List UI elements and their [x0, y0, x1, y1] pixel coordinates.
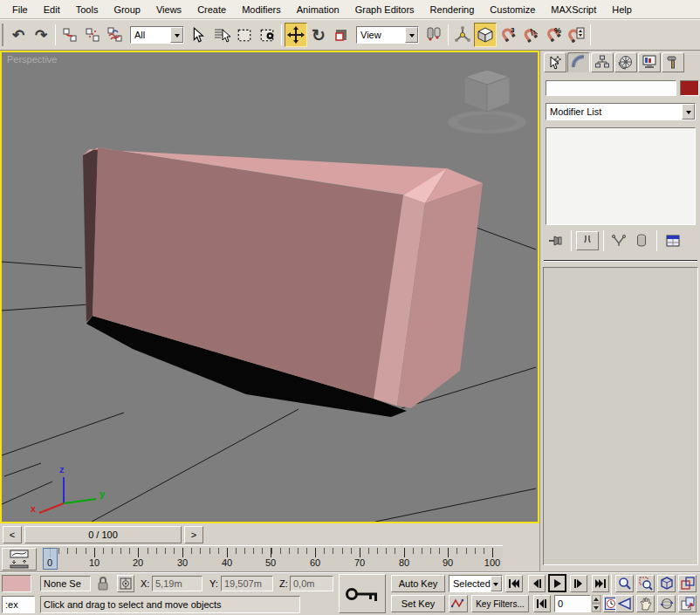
zoom-button[interactable] [615, 575, 634, 592]
menu-maxscript[interactable]: MAXScript [544, 3, 603, 17]
tab-utilities[interactable] [662, 52, 684, 72]
angle-snap-icon [521, 26, 540, 44]
pan-view-button[interactable] [636, 595, 655, 612]
time-slider-next-button[interactable]: > [184, 526, 203, 543]
open-mini-curve-editor-button[interactable] [2, 548, 37, 571]
menu-modifiers[interactable]: Modifiers [235, 3, 288, 17]
make-unique-button[interactable] [608, 231, 629, 250]
menu-views[interactable]: Views [149, 3, 189, 17]
go-to-start-button[interactable] [505, 575, 523, 592]
show-end-result-button[interactable] [576, 231, 599, 250]
menu-help[interactable]: Help [605, 3, 639, 17]
coordinate-system-arrow[interactable] [405, 27, 418, 43]
select-and-rotate-button[interactable]: ↻ [307, 23, 330, 47]
menu-file[interactable]: File [5, 3, 35, 17]
menu-group[interactable]: Group [106, 3, 148, 17]
next-frame-button[interactable] [570, 575, 587, 592]
rectangular-selection-region-button[interactable] [233, 23, 256, 47]
viewcube[interactable] [448, 70, 526, 133]
modifier-stack-list[interactable] [546, 127, 696, 225]
field-of-view-button[interactable] [615, 595, 634, 612]
tab-motion[interactable] [614, 52, 637, 72]
key-mode-toggle-button[interactable] [533, 595, 551, 612]
menu-edit[interactable]: Edit [37, 3, 67, 17]
key-mode-arrow[interactable] [491, 576, 502, 591]
min-max-viewport-toggle-button[interactable] [678, 595, 697, 612]
frame-spinner[interactable] [592, 595, 601, 612]
snap-cube-icon [477, 26, 494, 44]
zoom-region-button[interactable] [636, 575, 655, 592]
tab-modify[interactable] [567, 52, 590, 72]
spinner-snap-toggle-button[interactable] [565, 23, 587, 47]
key-mode-dropdown[interactable]: Selected [449, 575, 503, 592]
perspective-viewport[interactable]: z x y Perspective [0, 51, 539, 523]
chamfer-box-object[interactable] [83, 147, 483, 408]
select-and-manipulate-button[interactable] [451, 23, 474, 47]
percent-snap-toggle-button[interactable]: % [542, 23, 565, 47]
menu-create[interactable]: Create [190, 3, 233, 17]
use-pivot-point-center-button[interactable] [422, 23, 445, 47]
absolute-offset-mode-toggle[interactable] [117, 575, 134, 592]
reference-coordinate-system-dropdown[interactable]: View [356, 26, 419, 44]
angle-snap-toggle-button[interactable] [519, 23, 542, 47]
selected-object-color-swatch[interactable] [2, 575, 31, 592]
maxscript-mini-listener[interactable]: :ex [2, 596, 35, 613]
selection-filter-arrow[interactable] [170, 27, 183, 43]
remove-modifier-button[interactable] [631, 231, 652, 250]
zoom-extents-all-button[interactable] [678, 575, 697, 592]
track-bar[interactable]: 0 10 20 30 40 50 60 70 80 90 100 [0, 545, 503, 573]
auto-key-button[interactable]: Auto Key [391, 575, 445, 592]
viewport-canvas[interactable]: z x y [2, 52, 538, 522]
pan-hand-icon [639, 597, 652, 611]
viewport-label[interactable]: Perspective [7, 54, 57, 65]
redo-button[interactable]: ↷ [30, 23, 52, 47]
select-and-link-button[interactable] [58, 23, 81, 47]
y-coordinate-field[interactable]: 19,507m [221, 576, 273, 591]
window-crossing-toggle-button[interactable] [256, 23, 278, 47]
select-and-move-button[interactable] [285, 23, 307, 47]
selection-filter-dropdown[interactable]: All [130, 26, 184, 44]
tab-display[interactable] [638, 52, 661, 72]
toolbar-grip[interactable] [2, 24, 5, 46]
trackbar-major-ticks [50, 548, 498, 557]
object-color-swatch[interactable] [680, 80, 699, 96]
pin-stack-button[interactable] [546, 231, 566, 250]
select-and-scale-button[interactable] [330, 23, 353, 47]
menu-rendering[interactable]: Rendering [423, 3, 482, 17]
tab-create[interactable] [544, 52, 566, 72]
key-filters-button[interactable]: Key Filters... [471, 595, 529, 612]
set-keys-button[interactable] [339, 574, 386, 613]
modifier-list-arrow[interactable] [682, 104, 695, 120]
modifier-list-dropdown[interactable]: Modifier List [546, 103, 696, 120]
z-coordinate-value: 0,0m [293, 578, 314, 589]
configure-modifier-sets-button[interactable] [662, 231, 684, 250]
current-frame-field[interactable]: 0 [554, 595, 591, 612]
time-slider[interactable]: 0 / 100 [24, 526, 182, 543]
default-tangent-button[interactable] [449, 595, 468, 612]
play-animation-button[interactable] [548, 574, 566, 592]
select-by-name-button[interactable] [210, 23, 233, 47]
time-slider-prev-button[interactable]: < [3, 526, 22, 543]
select-object-button[interactable] [188, 23, 210, 47]
selection-lock-toggle[interactable] [96, 576, 112, 591]
snaps-toggle-button[interactable] [474, 23, 497, 47]
bind-to-space-warp-button[interactable] [104, 23, 127, 47]
arc-rotate-button[interactable] [657, 595, 676, 612]
go-to-end-button[interactable] [592, 575, 609, 592]
snap-3d-toggle-button[interactable]: 3 [497, 23, 519, 47]
menu-tools[interactable]: Tools [69, 3, 106, 17]
tab-hierarchy[interactable] [591, 52, 614, 72]
field-of-view-icon [618, 598, 632, 610]
z-coordinate-field[interactable]: 0,0m [290, 576, 333, 591]
set-key-button[interactable]: Set Key [391, 595, 445, 612]
zoom-extents-button[interactable] [657, 575, 676, 592]
menu-animation[interactable]: Animation [290, 3, 347, 17]
previous-frame-button[interactable] [528, 575, 546, 592]
menu-graph-editors[interactable]: Graph Editors [348, 3, 422, 17]
unlink-selection-button[interactable] [81, 23, 104, 47]
menu-customize[interactable]: Customize [483, 3, 542, 17]
object-name-field[interactable] [546, 80, 676, 96]
x-coordinate-field[interactable]: 5,19m [152, 576, 202, 591]
toolbar-separator [281, 24, 282, 45]
undo-button[interactable]: ↶ [7, 23, 30, 47]
